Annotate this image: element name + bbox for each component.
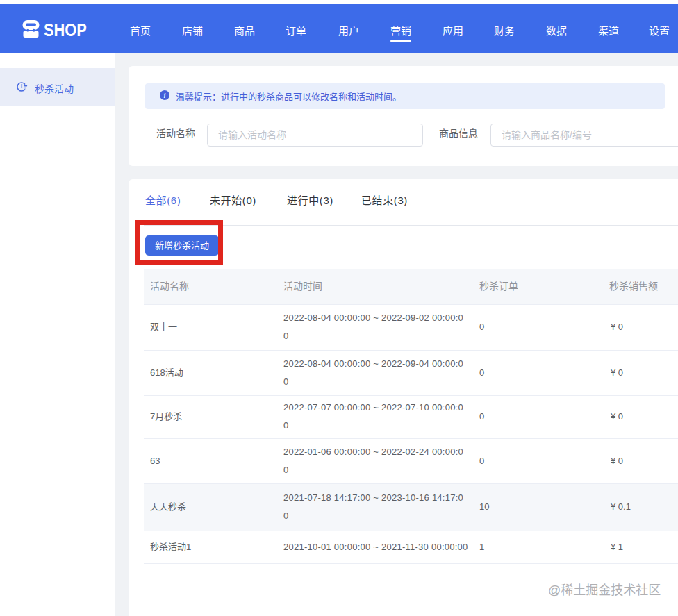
svg-text:i: i bbox=[164, 92, 166, 99]
